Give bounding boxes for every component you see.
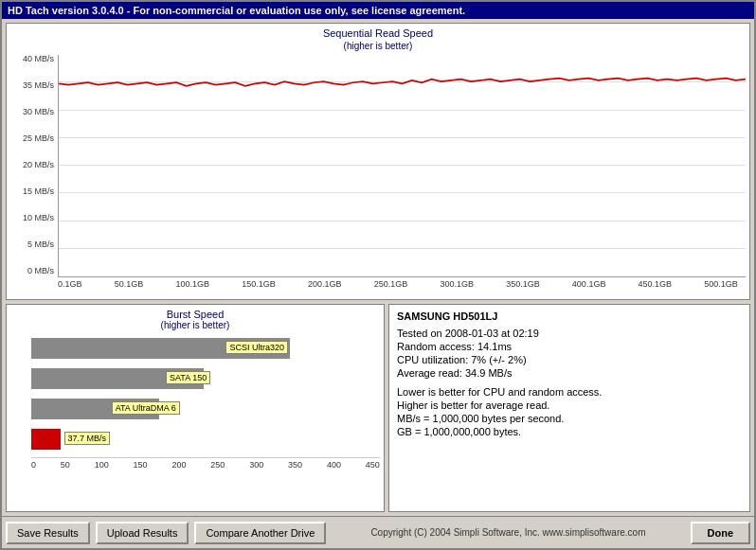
bar-label-ata: ATA UltraDMA 6 (112, 401, 180, 415)
bar-row-sata: SATA 150 (31, 366, 376, 391)
drive-title: SAMSUNG HD501LJ (397, 310, 742, 322)
y-label-5: 5 MB/s (10, 240, 58, 249)
burst-x-250: 250 (210, 460, 225, 470)
info-panel: SAMSUNG HD501LJ Tested on 2008-01-03 at … (388, 304, 750, 512)
burst-x-50: 50 (61, 460, 70, 470)
y-label-40: 40 MB/s (10, 55, 58, 63)
title-bar: HD Tach version 3.0.4.0 - For non-commer… (2, 2, 754, 19)
burst-x-400: 400 (327, 460, 341, 470)
bar-label-drive: 37.7 MB/s (64, 432, 111, 445)
burst-x-450: 450 (366, 460, 380, 470)
bar-label-sata: SATA 150 (166, 371, 210, 384)
bar-row-drive: 37.7 MB/s (31, 427, 376, 452)
bottom-section: Burst Speed (higher is better) SCSI Ultr… (6, 304, 750, 512)
info-avg: Average read: 34.9 MB/s (397, 367, 742, 379)
bar-row-ata: ATA UltraDMA 6 (31, 397, 376, 421)
main-window: HD Tach version 3.0.4.0 - For non-commer… (0, 0, 756, 550)
bar-label-scsi: SCSI Ultra320 (225, 341, 288, 354)
info-note1: Lower is better for CPU and random acces… (397, 386, 742, 398)
x-label-200: 200.1GB (308, 279, 342, 289)
content-area: Sequential Read Speed (higher is better)… (2, 19, 754, 516)
x-label-500: 500.1GB (704, 279, 738, 289)
y-axis: 0 MB/s 5 MB/s 10 MB/s 15 MB/s 20 MB/s 25… (10, 55, 58, 277)
compare-another-drive-button[interactable]: Compare Another Drive (194, 522, 326, 544)
y-label-20: 20 MB/s (10, 161, 58, 169)
y-label-0: 0 MB/s (10, 267, 58, 275)
burst-x-150: 150 (134, 460, 148, 470)
x-label-250: 250.1GB (374, 279, 408, 289)
info-tested: Tested on 2008-01-03 at 02:19 (397, 328, 742, 339)
burst-x-100: 100 (95, 460, 109, 470)
burst-chart-subtitle: (higher is better) (10, 320, 380, 330)
sequential-chart: Sequential Read Speed (higher is better)… (6, 23, 750, 300)
burst-chart: Burst Speed (higher is better) SCSI Ultr… (6, 304, 385, 512)
bar-drive (31, 429, 61, 450)
window-title: HD Tach version 3.0.4.0 - For non-commer… (8, 5, 465, 16)
burst-x-200: 200 (171, 460, 186, 470)
x-label-0: 0.1GB (58, 279, 82, 289)
x-label-350: 350.1GB (506, 279, 540, 289)
done-button[interactable]: Done (691, 522, 751, 544)
seq-chart-subtitle: (higher is better) (10, 41, 746, 51)
burst-x-axis: 0 50 100 150 200 250 300 350 400 450 (31, 457, 380, 470)
read-speed-svg (59, 55, 746, 276)
x-label-450: 450.1GB (639, 279, 673, 289)
y-label-25: 25 MB/s (10, 134, 58, 143)
y-label-15: 15 MB/s (10, 187, 58, 196)
save-results-button[interactable]: Save Results (6, 522, 90, 544)
bar-row-scsi: SCSI Ultra320 (31, 336, 376, 361)
info-cpu: CPU utilization: 7% (+/- 2%) (397, 354, 742, 365)
info-note3: MB/s = 1,000,000 bytes per second. (397, 413, 742, 424)
x-label-100: 100.1GB (175, 279, 209, 289)
y-label-35: 35 MB/s (10, 81, 58, 90)
y-label-10: 10 MB/s (10, 214, 58, 222)
upload-results-button[interactable]: Upload Results (96, 522, 189, 544)
x-label-300: 300.1GB (440, 279, 474, 289)
x-label-150: 150.1GB (242, 279, 276, 289)
y-label-30: 30 MB/s (10, 108, 58, 116)
x-label-400: 400.1GB (572, 279, 606, 289)
x-label-50: 50.1GB (115, 279, 144, 289)
info-note2: Higher is better for average read. (397, 399, 742, 411)
copyright-text: Copyright (C) 2004 Simpli Software, Inc.… (332, 527, 684, 538)
x-axis: 0.1GB 50.1GB 100.1GB 150.1GB 200.1GB 250… (58, 277, 738, 289)
burst-x-0: 0 (31, 460, 36, 470)
footer: Save Results Upload Results Compare Anot… (2, 516, 754, 548)
burst-x-300: 300 (249, 460, 263, 470)
burst-x-350: 350 (288, 460, 302, 470)
burst-chart-title: Burst Speed (10, 309, 380, 320)
info-random: Random access: 14.1ms (397, 341, 742, 352)
info-note4: GB = 1,000,000,000 bytes. (397, 426, 742, 437)
seq-chart-title: Sequential Read Speed (10, 27, 746, 39)
